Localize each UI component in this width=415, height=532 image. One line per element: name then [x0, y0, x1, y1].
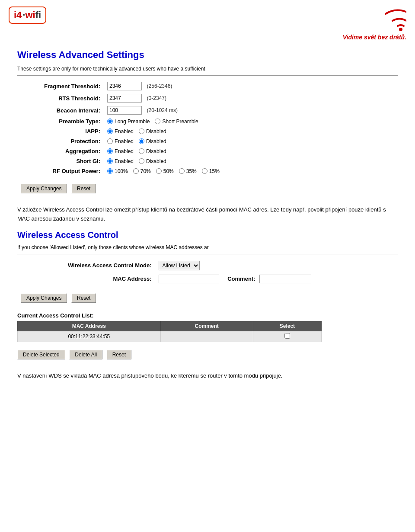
comment-label: Comment:: [227, 276, 255, 282]
ac-reset-button[interactable]: Reset: [71, 293, 96, 303]
iapp-label: IAPP:: [17, 126, 104, 136]
aggregation-options: Enabled Disabled: [104, 146, 398, 156]
fragment-threshold-value: (256-2346): [104, 80, 398, 92]
tagline-text: Vidíme svět bez drátů.: [343, 34, 406, 41]
table-row: 00:11:22:33:44:55: [18, 331, 322, 342]
rts-threshold-label: RTS Threshold:: [17, 92, 104, 104]
paragraph1: V záložce Wireless Access Control lze om…: [17, 205, 398, 224]
wireless-advanced-section: Wireless Advanced Settings These setting…: [17, 49, 398, 197]
table-row: Fragment Threshold: (256-2346): [17, 80, 398, 92]
comment-cell: [160, 331, 253, 342]
iapp-disabled-radio[interactable]: [139, 128, 144, 134]
shortgi-disabled-option[interactable]: Disabled: [139, 158, 166, 164]
rf70-radio[interactable]: [133, 168, 139, 174]
table-row: Protection: Enabled Disabled: [17, 136, 398, 146]
mac-address-header: MAC Address: [18, 321, 161, 331]
aggregation-disabled-radio[interactable]: [139, 148, 144, 154]
comment-header: Comment: [160, 321, 253, 331]
short-preamble-option[interactable]: Short Preamble: [155, 119, 198, 125]
shortgi-enabled-radio[interactable]: [107, 158, 113, 164]
protection-enabled-label: Enabled: [115, 138, 134, 144]
select-checkbox[interactable]: [284, 333, 290, 339]
wireless-advanced-title: Wireless Advanced Settings: [17, 49, 398, 61]
fragment-threshold-hint: (256-2346): [147, 83, 172, 89]
table-row: MAC Address: Comment:: [17, 272, 398, 285]
select-cell: [253, 331, 321, 342]
current-list-title: Current Access Control List:: [17, 312, 398, 319]
beacon-interval-hint: (20-1024 ms): [147, 107, 178, 113]
wifi-arcs-icon: [372, 6, 406, 32]
delete-selected-button[interactable]: Delete Selected: [17, 350, 65, 359]
fragment-threshold-input[interactable]: [107, 82, 142, 90]
iapp-disabled-option[interactable]: Disabled: [139, 128, 166, 135]
iapp-enabled-label: Enabled: [115, 128, 134, 135]
iapp-enabled-option[interactable]: Enabled: [107, 128, 134, 135]
advanced-settings-table: Fragment Threshold: (256-2346) RTS Thres…: [17, 80, 398, 176]
rf35-option[interactable]: 35%: [179, 168, 197, 174]
shortgi-disabled-label: Disabled: [146, 158, 166, 164]
main-content: Wireless Advanced Settings These setting…: [0, 45, 415, 389]
shortgi-disabled-radio[interactable]: [139, 158, 144, 164]
list-reset-button[interactable]: Reset: [107, 350, 131, 359]
short-preamble-label: Short Preamble: [162, 119, 198, 125]
aggregation-enabled-option[interactable]: Enabled: [107, 148, 134, 154]
svg-point-0: [399, 28, 402, 31]
protection-disabled-option[interactable]: Disabled: [139, 138, 166, 144]
iapp-enabled-radio[interactable]: [107, 128, 113, 134]
advanced-apply-button[interactable]: Apply Changes: [21, 184, 67, 193]
advanced-reset-button[interactable]: Reset: [71, 184, 96, 193]
rf50-option[interactable]: 50%: [156, 168, 174, 174]
access-control-table: Wireless Access Control Mode: Allow List…: [17, 259, 398, 285]
iapp-options: Enabled Disabled: [104, 126, 398, 136]
aggregation-label: Aggregation:: [17, 146, 104, 156]
table-row: Short GI: Enabled Disabled: [17, 156, 398, 166]
beacon-interval-value: (20-1024 ms): [104, 104, 398, 116]
shortgi-enabled-option[interactable]: Enabled: [107, 158, 134, 164]
ac-mode-select[interactable]: Allow Listed Deny Listed Disabled: [159, 261, 200, 270]
rf100-option[interactable]: 100%: [107, 168, 128, 174]
paragraph2: V nastavení WDS se vkládá MAC adresa pří…: [17, 372, 398, 381]
short-preamble-radio[interactable]: [155, 119, 160, 124]
aggregation-disabled-label: Disabled: [146, 148, 166, 154]
rf50-radio[interactable]: [156, 168, 162, 174]
rts-threshold-value: (0-2347): [104, 92, 398, 104]
mac-address-cell: 00:11:22:33:44:55: [18, 331, 161, 342]
wireless-access-control-section: Wireless Access Control If you choose 'A…: [17, 230, 398, 363]
rf100-radio[interactable]: [107, 168, 113, 174]
beacon-interval-input[interactable]: [107, 106, 142, 115]
rf15-radio[interactable]: [202, 168, 208, 174]
preamble-type-options: Long Preamble Short Preamble: [104, 116, 398, 126]
fragment-threshold-label: Fragment Threshold:: [17, 80, 104, 92]
long-preamble-label: Long Preamble: [115, 119, 150, 125]
rf15-option[interactable]: 15%: [202, 168, 220, 174]
tagline-area: Vidíme svět bez drátů.: [343, 6, 406, 41]
select-header: Select: [253, 321, 321, 331]
comment-input[interactable]: [259, 275, 311, 283]
table-header-row: MAC Address Comment Select: [18, 321, 322, 331]
rf70-label: 70%: [140, 168, 151, 174]
aggregation-enabled-radio[interactable]: [107, 148, 113, 154]
long-preamble-radio[interactable]: [107, 119, 113, 124]
rf100-label: 100%: [115, 168, 128, 174]
access-control-desc: If you choose 'Allowed Listed', only tho…: [17, 244, 398, 254]
aggregation-enabled-label: Enabled: [115, 148, 134, 154]
delete-all-button[interactable]: Delete All: [69, 350, 102, 359]
delete-btn-row: Delete Selected Delete All Reset: [17, 346, 398, 363]
iapp-disabled-label: Disabled: [146, 128, 166, 135]
table-row: Wireless Access Control Mode: Allow List…: [17, 259, 398, 272]
rf35-radio[interactable]: [179, 168, 185, 174]
rts-threshold-input[interactable]: [107, 94, 142, 103]
rf70-option[interactable]: 70%: [133, 168, 151, 174]
long-preamble-option[interactable]: Long Preamble: [107, 119, 150, 125]
rf50-label: 50%: [163, 168, 174, 174]
wireless-advanced-desc: These settings are only for more technic…: [17, 66, 398, 76]
protection-options: Enabled Disabled: [104, 136, 398, 146]
aggregation-disabled-option[interactable]: Disabled: [139, 148, 166, 154]
mac-address-input[interactable]: [159, 275, 219, 283]
beacon-interval-label: Beacon Interval:: [17, 104, 104, 116]
protection-disabled-radio[interactable]: [139, 138, 144, 144]
protection-enabled-radio[interactable]: [107, 138, 113, 144]
ac-apply-button[interactable]: Apply Changes: [21, 293, 67, 303]
access-control-title: Wireless Access Control: [17, 230, 398, 240]
protection-enabled-option[interactable]: Enabled: [107, 138, 134, 144]
